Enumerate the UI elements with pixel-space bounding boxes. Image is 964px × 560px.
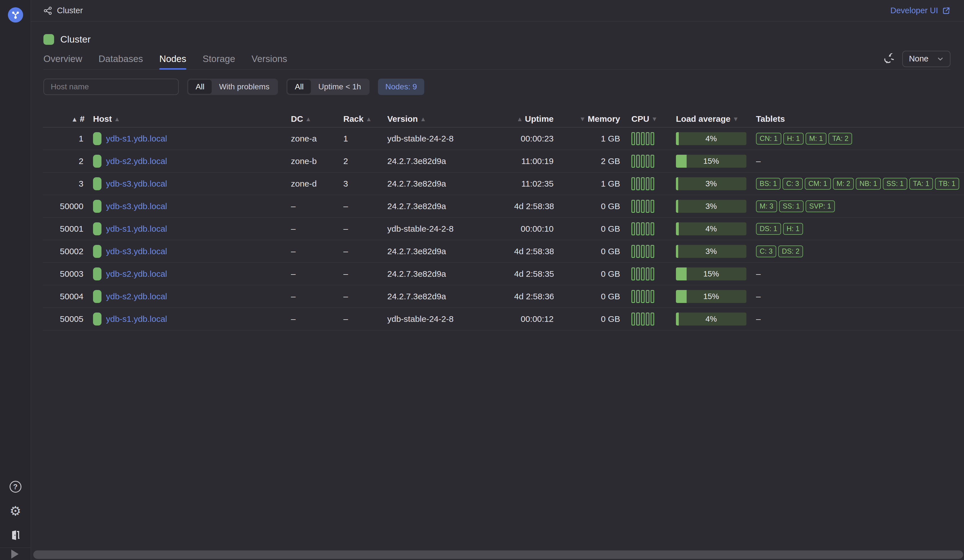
tablet-chip[interactable]: TA: 1 [909, 178, 933, 190]
problems-filter-all[interactable]: All [188, 80, 212, 94]
host-link[interactable]: ydb-s1.ydb.local [106, 224, 167, 234]
developer-ui-link[interactable]: Developer UI [891, 6, 951, 15]
tab-nodes[interactable]: Nodes [159, 48, 186, 69]
tab-databases[interactable]: Databases [99, 48, 143, 69]
tab-storage[interactable]: Storage [203, 48, 235, 69]
memory-cell: 2 GB [554, 156, 620, 166]
breadcrumb[interactable]: Cluster [43, 6, 83, 15]
sort-icon: ▲ [306, 116, 310, 122]
tablet-chip[interactable]: H: 1 [783, 223, 803, 235]
memory-cell: 0 GB [554, 202, 620, 211]
host-name-search-input[interactable] [43, 79, 179, 95]
host-link[interactable]: ydb-s2.ydb.local [106, 269, 167, 279]
cpu-core-bar [651, 245, 654, 258]
problems-filter-with-problems[interactable]: With problems [212, 80, 277, 94]
column-header-host[interactable]: Host ▲ [85, 114, 291, 124]
tablet-chip[interactable]: BS: 1 [756, 178, 780, 190]
cpu-core-bar [632, 245, 635, 258]
help-button[interactable]: ? [9, 480, 22, 493]
external-link-icon [942, 7, 951, 15]
tab-overview[interactable]: Overview [43, 48, 82, 69]
load-average-cell: 4% [671, 132, 756, 145]
ydb-logo[interactable] [8, 7, 23, 23]
table-row: 50002 ydb-s3.ydb.local – – 24.2.7.3e82d9… [43, 240, 964, 263]
load-average-bar: 15% [676, 290, 746, 303]
node-id: 3 [43, 179, 85, 189]
cluster-status-indicator [43, 34, 54, 45]
load-average-fill [676, 177, 678, 190]
cpu-core-bar [641, 132, 645, 145]
cpu-core-bar [651, 313, 654, 326]
column-header-uptime[interactable]: ▲ Uptime [514, 114, 554, 124]
horizontal-scrollbar-thumb[interactable] [33, 550, 963, 559]
uptime-filter-lt-1h[interactable]: Uptime < 1h [311, 80, 368, 94]
tablet-chip[interactable]: M: 1 [806, 133, 827, 145]
table-row: 3 ydb-s3.ydb.local zone-d 3 24.2.7.3e82d… [43, 173, 964, 195]
cpu-core-bar [646, 200, 650, 213]
tablets-cell: DS: 1H: 1 [756, 223, 964, 235]
column-header-dc[interactable]: DC ▲ [291, 114, 343, 124]
breadcrumb-label: Cluster [57, 6, 83, 15]
autorefresh-value: None [909, 54, 928, 63]
tablet-chip[interactable]: SVP: 1 [806, 200, 835, 212]
host-cell: ydb-s1.ydb.local [85, 313, 291, 326]
tablet-chip[interactable]: CM: 1 [805, 178, 831, 190]
tablet-chip[interactable]: SS: 1 [883, 178, 907, 190]
column-header-load-average[interactable]: Load average ▼ [671, 114, 756, 124]
rack-cell: – [343, 202, 387, 211]
rack-cell: – [343, 314, 387, 324]
column-header-memory[interactable]: ▼ Memory [554, 114, 620, 124]
uptime-cell: 00:00:12 [514, 314, 554, 324]
host-link[interactable]: ydb-s2.ydb.local [106, 292, 167, 301]
tablet-chip[interactable]: TA: 2 [829, 133, 852, 145]
tablet-chip[interactable]: NB: 1 [856, 178, 881, 190]
node-status-indicator [93, 200, 101, 213]
host-link[interactable]: ydb-s1.ydb.local [106, 314, 167, 324]
uptime-cell: 4d 2:58:35 [514, 269, 554, 279]
uptime-cell: 00:00:23 [514, 134, 554, 143]
cpu-core-bar [646, 222, 650, 235]
tablet-chip[interactable]: M: 3 [756, 200, 777, 212]
refresh-button[interactable] [881, 52, 895, 66]
host-link[interactable]: ydb-s3.ydb.local [106, 202, 167, 211]
tab-versions[interactable]: Versions [251, 48, 287, 69]
tablet-chip[interactable]: C: 3 [756, 246, 776, 257]
memory-cell: 0 GB [554, 247, 620, 256]
version-cell: 24.2.7.3e82d9a [387, 247, 514, 256]
host-cell: ydb-s1.ydb.local [85, 222, 291, 235]
cpu-cores-cell [620, 132, 671, 145]
column-header-number[interactable]: ▲ # [43, 114, 85, 124]
host-link[interactable]: ydb-s3.ydb.local [106, 247, 167, 256]
memory-cell: 0 GB [554, 292, 620, 301]
column-header-rack[interactable]: Rack ▲ [343, 114, 387, 124]
tablet-chip[interactable]: CN: 1 [756, 133, 782, 145]
uptime-filter-all[interactable]: All [288, 80, 311, 94]
dc-cell: – [291, 224, 343, 234]
tablet-chip[interactable]: DS: 2 [778, 246, 803, 257]
tablet-chip[interactable]: SS: 1 [779, 200, 804, 212]
cpu-core-bar [632, 200, 635, 213]
column-header-version[interactable]: Version ▲ [387, 114, 514, 124]
account-exit-button[interactable] [9, 528, 22, 542]
tablet-chip[interactable]: DS: 1 [756, 223, 781, 235]
sidebar-expand-bar[interactable] [0, 548, 31, 560]
node-id: 2 [43, 156, 85, 166]
memory-cell: 0 GB [554, 314, 620, 324]
column-header-cpu[interactable]: CPU ▼ [620, 114, 671, 124]
tablets-empty-dash: – [756, 269, 761, 279]
node-status-indicator [93, 155, 101, 168]
tablet-chip[interactable]: TB: 1 [935, 178, 959, 190]
uptime-cell: 4d 2:58:38 [514, 247, 554, 256]
cluster-nodes-icon [43, 6, 52, 15]
host-link[interactable]: ydb-s1.ydb.local [106, 134, 167, 143]
tablet-chip[interactable]: H: 1 [783, 133, 804, 145]
dc-cell: – [291, 247, 343, 256]
nodes-count-chip[interactable]: Nodes: 9 [378, 79, 424, 95]
settings-button[interactable]: ⚙ [9, 504, 22, 518]
host-link[interactable]: ydb-s3.ydb.local [106, 179, 167, 189]
tablet-chip[interactable]: M: 2 [833, 178, 854, 190]
autorefresh-select[interactable]: None [902, 51, 951, 67]
cpu-core-bar [632, 132, 635, 145]
tablet-chip[interactable]: C: 3 [782, 178, 803, 190]
host-link[interactable]: ydb-s2.ydb.local [106, 156, 167, 166]
